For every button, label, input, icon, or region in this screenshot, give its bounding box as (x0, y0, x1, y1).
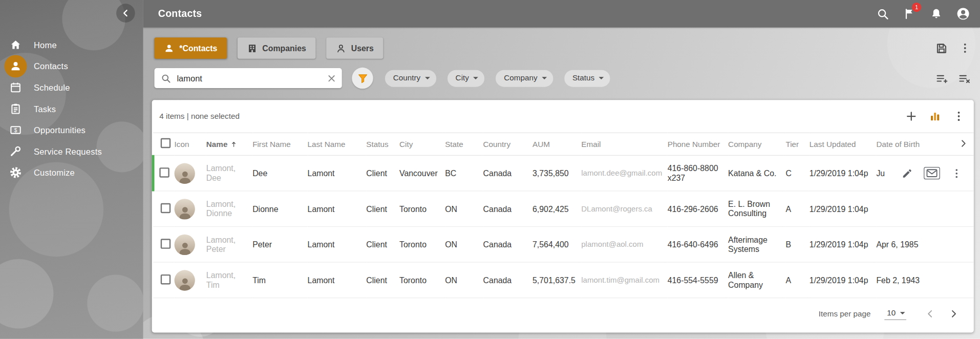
filter-chip-city[interactable]: City (448, 70, 485, 87)
filter-chip-status[interactable]: Status (564, 70, 610, 87)
sidebar-item-service-requests[interactable]: Service Requests (0, 141, 143, 162)
playlist-remove-icon[interactable] (958, 72, 971, 85)
select-all-checkbox[interactable] (161, 138, 171, 149)
cell-dob: Apr 6, 1985 (876, 227, 973, 263)
col-header-icon: Icon (175, 133, 206, 155)
col-header-city[interactable]: City (399, 133, 445, 155)
cell-email: lamont.dee@gmail.com (581, 155, 667, 191)
more-vert-icon[interactable] (959, 42, 971, 54)
next-page-icon[interactable] (946, 306, 961, 321)
row-checkbox[interactable] (161, 203, 171, 213)
edit-pencil-icon[interactable] (901, 167, 913, 179)
bell-icon[interactable] (929, 6, 944, 21)
cell-phone: 416-296-2606 (668, 191, 728, 227)
row-checkbox[interactable] (161, 239, 171, 249)
cell-tier: B (785, 227, 809, 263)
tab-users[interactable]: Users (326, 37, 383, 59)
tasks-icon (5, 97, 27, 120)
col-header-company[interactable]: Company (728, 133, 785, 155)
tab-companies[interactable]: Companies (237, 37, 315, 59)
cell-country: Canada (483, 262, 532, 298)
sidebar-item-opportunities[interactable]: $ Opportunities (0, 119, 143, 141)
chart-icon[interactable] (929, 110, 941, 122)
cell-country: Canada (483, 191, 532, 227)
row-checkbox[interactable] (161, 274, 171, 284)
col-header-dob[interactable]: Date of Birth (876, 133, 973, 155)
more-columns-chevron-icon[interactable] (958, 138, 969, 149)
cell-email: lamont.tim@gmail.com (581, 262, 667, 298)
cell-country: Canada (483, 227, 532, 263)
col-header-status[interactable]: Status (366, 133, 399, 155)
clear-search-icon[interactable] (326, 73, 337, 83)
col-header-name[interactable]: Name (206, 133, 252, 155)
col-header-country[interactable]: Country (483, 133, 532, 155)
sidebar-item-customize[interactable]: Customize (0, 162, 143, 183)
filter-chip-country[interactable]: Country (385, 70, 436, 87)
table-row[interactable]: Lamont, Dee Dee Lamont Client Vancouver … (153, 155, 974, 191)
playlist-add-icon[interactable] (935, 72, 949, 85)
more-vert-icon[interactable] (952, 110, 965, 122)
table-row[interactable]: Lamont, Dionne Dionne Lamont Client Toro… (153, 191, 974, 227)
row-more-vert-icon[interactable] (951, 167, 963, 179)
col-header-state[interactable]: State (445, 133, 483, 155)
col-header-email[interactable]: Email (581, 133, 667, 155)
filter-chip-company[interactable]: Company (496, 70, 553, 87)
sidebar-item-label: Tasks (34, 104, 56, 113)
app-window: Home Contacts Schedule Tasks (0, 0, 980, 339)
results-card: 4 items | none selected (152, 100, 974, 332)
search-input[interactable] (177, 73, 326, 82)
main-content: *Contacts Companies Users (143, 28, 980, 339)
cell-first-name: Dionne (252, 191, 307, 227)
cell-phone: 416-640-6496 (668, 227, 728, 263)
avatar (175, 234, 195, 255)
home-icon (5, 34, 27, 56)
table-row[interactable]: Lamont, Peter Peter Lamont Client Toront… (153, 227, 974, 263)
cell-last-updated: 1/29/2019 1:04p (809, 262, 877, 298)
cell-name: Lamont, Peter (206, 227, 252, 263)
cell-name: Lamont, Dee (206, 155, 252, 191)
cell-first-name: Dee (252, 155, 307, 191)
sidebar-item-label: Contacts (34, 61, 68, 71)
col-header-aum[interactable]: AUM (532, 133, 581, 155)
sidebar: Home Contacts Schedule Tasks (0, 0, 143, 339)
items-per-page-label: Items per page (819, 309, 871, 318)
building-icon (247, 43, 258, 54)
cell-tier: C (785, 155, 809, 191)
page-size-select[interactable]: 10 (884, 308, 906, 320)
account-icon[interactable] (955, 6, 970, 21)
row-actions (901, 167, 970, 179)
row-checkbox[interactable] (159, 167, 169, 178)
search-icon[interactable] (875, 6, 890, 21)
page-title: Contacts (158, 8, 202, 19)
col-header-tier[interactable]: Tier (785, 133, 809, 155)
cell-city: Toronto (399, 262, 445, 298)
flag-icon[interactable]: 1 (902, 6, 917, 21)
previous-page-icon[interactable] (923, 306, 938, 321)
cell-aum: 6,902,425 (532, 191, 581, 227)
tab-contacts[interactable]: *Contacts (155, 37, 227, 59)
sidebar-item-tasks[interactable]: Tasks (0, 98, 143, 120)
table-row[interactable]: Lamont, Tim Tim Lamont Client Toronto ON… (153, 262, 974, 298)
table-header-row: Icon Name First Name Last Name Status Ci… (153, 133, 974, 155)
chip-label: City (456, 74, 469, 82)
email-action-icon[interactable] (924, 167, 940, 179)
col-header-first-name[interactable]: First Name (252, 133, 307, 155)
filter-chips: Country City Company Status (385, 70, 610, 87)
sidebar-item-contacts[interactable]: Contacts (0, 56, 143, 77)
sidebar-item-schedule[interactable]: Schedule (0, 77, 143, 98)
col-header-phone[interactable]: Phone Number (668, 133, 728, 155)
search-box (155, 68, 342, 88)
col-header-last-updated[interactable]: Last Updated (809, 133, 877, 155)
save-icon[interactable] (935, 41, 948, 55)
cell-city: Toronto (399, 191, 445, 227)
cell-name: Lamont, Dionne (206, 191, 252, 227)
col-header-last-name[interactable]: Last Name (308, 133, 367, 155)
sidebar-collapse-button[interactable] (116, 4, 135, 23)
cell-country: Canada (483, 155, 532, 191)
chevron-down-icon (473, 77, 478, 79)
sidebar-item-home[interactable]: Home (0, 34, 143, 56)
avatar (175, 270, 195, 290)
filter-funnel-button[interactable] (352, 68, 373, 89)
cell-first-name: Tim (252, 262, 307, 298)
add-icon[interactable] (905, 110, 918, 122)
